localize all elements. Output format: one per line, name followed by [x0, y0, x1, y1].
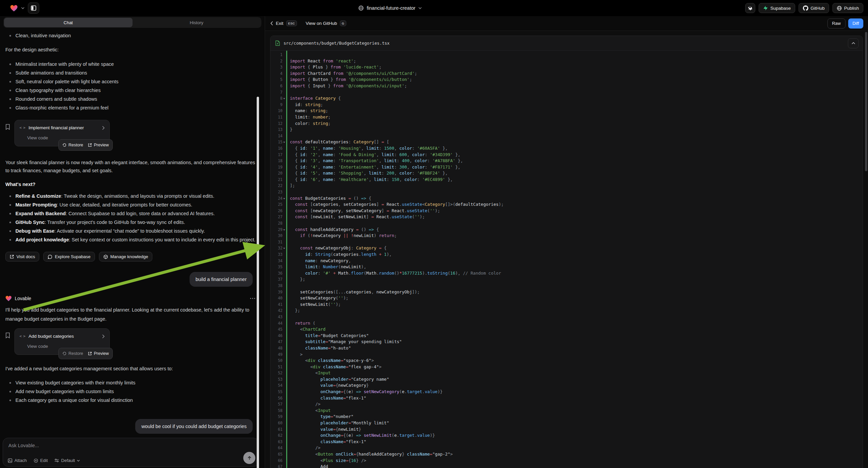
line-number[interactable]: 61 — [271, 427, 282, 433]
project-switcher[interactable]: financial-future-creator — [358, 0, 422, 16]
line-number[interactable]: 30 — [271, 233, 282, 239]
line-number[interactable]: 16 — [271, 145, 282, 152]
line-number[interactable]: 63 — [271, 439, 282, 445]
version-card-add-budget-categories[interactable]: < > Add budget categories View code — [14, 328, 110, 355]
mode-selector[interactable]: Default — [54, 458, 80, 463]
line-number[interactable]: 10 — [271, 108, 282, 114]
line-number[interactable]: 59 — [271, 414, 282, 420]
line-number[interactable]: 50 — [271, 357, 282, 364]
restore-button[interactable]: Restore — [62, 141, 83, 149]
line-number[interactable]: 1 — [271, 52, 282, 58]
chat-scrollbar[interactable] — [257, 97, 259, 468]
attach-button[interactable]: Attach — [8, 458, 27, 463]
line-number[interactable]: 36 — [271, 270, 282, 276]
visit-docs-button[interactable]: Visit docs — [5, 252, 39, 262]
tab-chat[interactable]: Chat — [4, 18, 132, 27]
line-number[interactable]: 27 — [271, 214, 282, 220]
line-number[interactable]: 8 — [271, 95, 282, 102]
line-number[interactable]: 28 — [271, 220, 282, 227]
line-number[interactable]: 20 — [271, 170, 282, 177]
tab-history[interactable]: History — [132, 18, 261, 27]
line-number[interactable]: 14 — [271, 133, 282, 139]
diff-toggle-button[interactable]: Diff — [848, 19, 863, 29]
line-number[interactable]: 6 — [271, 83, 282, 89]
publish-button[interactable]: Publish — [832, 3, 863, 13]
message-menu-button[interactable] — [250, 298, 255, 299]
line-number[interactable]: 48 — [271, 345, 282, 351]
line-number[interactable]: 34 — [271, 258, 282, 264]
supabase-button[interactable]: Supabase — [758, 3, 795, 13]
exit-button[interactable]: Exit ESC — [271, 21, 297, 26]
line-number[interactable]: 2 — [271, 58, 282, 64]
line-number[interactable]: 19 — [271, 164, 282, 171]
github-button[interactable]: GitHub — [799, 3, 829, 13]
line-number[interactable]: 31 — [271, 239, 282, 245]
line-number[interactable]: 60 — [271, 420, 282, 427]
line-number[interactable]: 26 — [271, 208, 282, 214]
line-number[interactable]: 42 — [271, 308, 282, 314]
line-number[interactable]: 22 — [271, 183, 282, 189]
fold-marker-icon[interactable] — [283, 248, 285, 249]
preview-button[interactable]: Preview — [88, 350, 109, 357]
line-number[interactable]: 49 — [271, 351, 282, 358]
fold-marker-icon[interactable] — [283, 198, 285, 199]
line-number[interactable]: 5 — [271, 77, 282, 83]
manage-knowledge-button[interactable]: Manage knowledge — [99, 252, 153, 262]
line-number[interactable]: 29 — [271, 227, 282, 233]
line-number[interactable]: 38 — [271, 283, 282, 289]
line-number[interactable]: 62 — [271, 432, 282, 439]
line-number[interactable]: 18 — [271, 158, 282, 164]
line-number[interactable]: 7 — [271, 89, 282, 96]
line-number[interactable]: 53 — [271, 376, 282, 383]
line-number[interactable]: 41 — [271, 301, 282, 308]
line-number[interactable]: 43 — [271, 314, 282, 320]
line-number[interactable]: 21 — [271, 177, 282, 183]
line-number[interactable]: 17 — [271, 152, 282, 158]
fold-marker-icon[interactable] — [283, 98, 285, 99]
chat-messages[interactable]: Clean, intuitive navigation For the desi… — [0, 28, 265, 435]
line-number[interactable]: 11 — [271, 114, 282, 120]
fold-marker-icon[interactable] — [283, 142, 285, 143]
code-editor[interactable]: 12import React from 'react';3import { Pl… — [271, 51, 863, 468]
restore-button[interactable]: Restore — [62, 350, 83, 357]
line-number[interactable]: 37 — [271, 276, 282, 283]
bookmark-icon[interactable] — [5, 332, 10, 339]
file-header[interactable]: src/components/budget/BudgetCategories.t… — [271, 36, 863, 51]
line-number[interactable]: 65 — [271, 451, 282, 458]
line-number[interactable]: 55 — [271, 389, 282, 395]
settings-button[interactable] — [745, 3, 755, 13]
line-number[interactable]: 67 — [271, 464, 282, 468]
line-number[interactable]: 57 — [271, 401, 282, 408]
line-number[interactable]: 32 — [271, 245, 282, 252]
line-number[interactable]: 25 — [271, 201, 282, 208]
line-number[interactable]: 24 — [271, 195, 282, 202]
window-scrollbar[interactable] — [865, 32, 867, 171]
bookmark-icon[interactable] — [5, 124, 10, 130]
line-number[interactable]: 46 — [271, 333, 282, 339]
line-number[interactable]: 15 — [271, 139, 282, 145]
line-number[interactable]: 64 — [271, 445, 282, 451]
line-number[interactable]: 44 — [271, 320, 282, 327]
view-on-github-button[interactable]: View on GitHub G — [306, 21, 346, 26]
line-number[interactable]: 51 — [271, 364, 282, 370]
line-number[interactable]: 58 — [271, 408, 282, 414]
line-number[interactable]: 35 — [271, 264, 282, 270]
line-number[interactable]: 3 — [271, 64, 282, 70]
send-button[interactable] — [243, 452, 255, 464]
line-number[interactable]: 23 — [271, 189, 282, 195]
chat-input-box[interactable]: Ask Lovable... Attach — [3, 438, 259, 467]
line-number[interactable]: 66 — [271, 458, 282, 464]
toggle-sidebar-button[interactable] — [28, 2, 39, 14]
line-number[interactable]: 4 — [271, 70, 282, 77]
raw-toggle-button[interactable]: Raw — [828, 19, 845, 29]
line-number[interactable]: 52 — [271, 370, 282, 376]
line-number[interactable]: 56 — [271, 395, 282, 402]
collapse-file-button[interactable] — [848, 38, 859, 48]
explore-supabase-button[interactable]: Explore Supabase — [43, 252, 95, 262]
chevron-down-icon[interactable] — [21, 7, 25, 9]
line-number[interactable]: 40 — [271, 295, 282, 301]
line-number[interactable]: 9 — [271, 102, 282, 108]
preview-button[interactable]: Preview — [88, 141, 109, 149]
edit-mode-button[interactable]: Edit — [34, 458, 48, 463]
lovable-logo[interactable] — [10, 5, 18, 12]
